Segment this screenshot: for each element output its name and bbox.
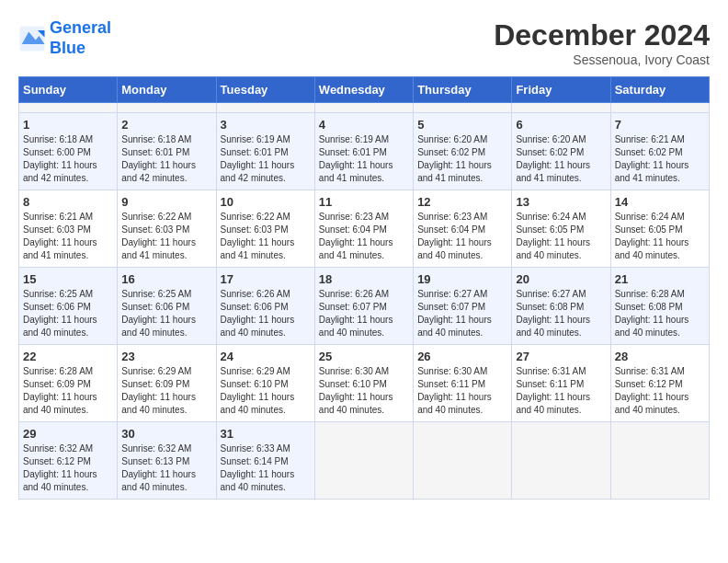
day-number: 14 xyxy=(615,195,705,209)
calendar-cell: 7Sunrise: 6:21 AMSunset: 6:02 PMDaylight… xyxy=(610,113,709,190)
day-info: Sunrise: 6:22 AMSunset: 6:03 PMDaylight:… xyxy=(121,211,211,262)
day-info: Sunrise: 6:21 AMSunset: 6:02 PMDaylight:… xyxy=(615,133,705,185)
day-number: 17 xyxy=(221,272,311,286)
day-info: Sunrise: 6:26 AMSunset: 6:07 PMDaylight:… xyxy=(319,288,409,339)
calendar-week-row xyxy=(19,103,710,113)
day-info: Sunrise: 6:23 AMSunset: 6:04 PMDaylight:… xyxy=(319,211,409,262)
day-info: Sunrise: 6:23 AMSunset: 6:04 PMDaylight:… xyxy=(417,211,507,262)
day-number: 18 xyxy=(319,272,409,286)
day-info: Sunrise: 6:29 AMSunset: 6:09 PMDaylight:… xyxy=(121,365,211,417)
day-info: Sunrise: 6:32 AMSunset: 6:13 PMDaylight:… xyxy=(121,442,211,494)
calendar-cell: 15Sunrise: 6:25 AMSunset: 6:06 PMDayligh… xyxy=(19,268,118,345)
day-number: 4 xyxy=(319,118,409,132)
calendar-cell: 6Sunrise: 6:20 AMSunset: 6:02 PMDaylight… xyxy=(512,113,610,190)
day-number: 13 xyxy=(516,195,606,209)
day-number: 25 xyxy=(319,350,409,363)
title-block: December 2024 Sessenoua, Ivory Coast xyxy=(494,18,710,67)
calendar-cell xyxy=(118,103,216,113)
day-info: Sunrise: 6:20 AMSunset: 6:02 PMDaylight:… xyxy=(417,133,507,185)
calendar-cell xyxy=(414,103,512,113)
day-number: 30 xyxy=(121,427,211,441)
calendar-cell: 2Sunrise: 6:18 AMSunset: 6:01 PMDaylight… xyxy=(118,113,216,190)
day-info: Sunrise: 6:25 AMSunset: 6:06 PMDaylight:… xyxy=(121,288,211,339)
day-number: 20 xyxy=(516,272,606,286)
day-number: 5 xyxy=(417,118,507,132)
day-number: 31 xyxy=(221,427,311,441)
calendar-cell: 24Sunrise: 6:29 AMSunset: 6:10 PMDayligh… xyxy=(216,345,314,422)
calendar-cell: 27Sunrise: 6:31 AMSunset: 6:11 PMDayligh… xyxy=(512,345,610,422)
day-number: 16 xyxy=(121,272,211,286)
calendar-cell: 11Sunrise: 6:23 AMSunset: 6:04 PMDayligh… xyxy=(314,190,413,268)
day-info: Sunrise: 6:22 AMSunset: 6:03 PMDaylight:… xyxy=(221,211,311,262)
day-number: 1 xyxy=(23,118,113,132)
calendar-cell xyxy=(216,103,314,113)
day-number: 21 xyxy=(615,272,705,286)
day-info: Sunrise: 6:18 AMSunset: 6:01 PMDaylight:… xyxy=(121,133,211,185)
weekday-header-thursday: Thursday xyxy=(414,77,512,103)
day-info: Sunrise: 6:32 AMSunset: 6:12 PMDaylight:… xyxy=(23,442,113,494)
day-number: 2 xyxy=(121,118,211,132)
day-info: Sunrise: 6:21 AMSunset: 6:03 PMDaylight:… xyxy=(23,211,113,262)
calendar-cell: 10Sunrise: 6:22 AMSunset: 6:03 PMDayligh… xyxy=(216,190,314,268)
month-title: December 2024 xyxy=(494,18,710,52)
calendar-cell: 18Sunrise: 6:26 AMSunset: 6:07 PMDayligh… xyxy=(314,268,413,345)
weekday-header-monday: Monday xyxy=(118,77,216,103)
day-info: Sunrise: 6:24 AMSunset: 6:05 PMDaylight:… xyxy=(516,211,606,262)
day-number: 8 xyxy=(23,195,113,209)
calendar-cell xyxy=(414,422,512,500)
calendar-cell: 13Sunrise: 6:24 AMSunset: 6:05 PMDayligh… xyxy=(512,190,610,268)
calendar-week-row: 22Sunrise: 6:28 AMSunset: 6:09 PMDayligh… xyxy=(19,345,710,422)
calendar-cell xyxy=(314,422,413,500)
calendar-cell: 9Sunrise: 6:22 AMSunset: 6:03 PMDaylight… xyxy=(118,190,216,268)
calendar-week-row: 29Sunrise: 6:32 AMSunset: 6:12 PMDayligh… xyxy=(19,422,710,500)
logo-icon xyxy=(18,25,46,52)
day-info: Sunrise: 6:30 AMSunset: 6:11 PMDaylight:… xyxy=(417,365,507,417)
day-number: 6 xyxy=(516,118,606,132)
calendar-cell xyxy=(512,103,610,113)
weekday-header-saturday: Saturday xyxy=(610,77,709,103)
logo: General Blue xyxy=(18,18,111,58)
weekday-header-wednesday: Wednesday xyxy=(314,77,413,103)
day-info: Sunrise: 6:27 AMSunset: 6:07 PMDaylight:… xyxy=(417,288,507,339)
day-number: 3 xyxy=(221,118,311,132)
calendar-cell: 8Sunrise: 6:21 AMSunset: 6:03 PMDaylight… xyxy=(19,190,118,268)
calendar-cell xyxy=(19,103,118,113)
day-info: Sunrise: 6:19 AMSunset: 6:01 PMDaylight:… xyxy=(221,133,311,185)
day-number: 22 xyxy=(23,350,113,363)
day-info: Sunrise: 6:33 AMSunset: 6:14 PMDaylight:… xyxy=(221,442,311,494)
day-number: 29 xyxy=(23,427,113,441)
calendar-cell: 20Sunrise: 6:27 AMSunset: 6:08 PMDayligh… xyxy=(512,268,610,345)
day-number: 7 xyxy=(615,118,705,132)
logo-line2: Blue xyxy=(50,39,85,57)
calendar-week-row: 8Sunrise: 6:21 AMSunset: 6:03 PMDaylight… xyxy=(19,190,710,268)
day-number: 27 xyxy=(516,350,606,363)
calendar-week-row: 15Sunrise: 6:25 AMSunset: 6:06 PMDayligh… xyxy=(19,268,710,345)
calendar-cell xyxy=(610,103,709,113)
day-info: Sunrise: 6:30 AMSunset: 6:10 PMDaylight:… xyxy=(319,365,409,417)
calendar-cell: 14Sunrise: 6:24 AMSunset: 6:05 PMDayligh… xyxy=(610,190,709,268)
logo-text: General Blue xyxy=(50,18,111,58)
calendar-cell: 5Sunrise: 6:20 AMSunset: 6:02 PMDaylight… xyxy=(414,113,512,190)
calendar-cell: 30Sunrise: 6:32 AMSunset: 6:13 PMDayligh… xyxy=(118,422,216,500)
day-number: 24 xyxy=(221,350,311,363)
day-info: Sunrise: 6:31 AMSunset: 6:12 PMDaylight:… xyxy=(615,365,705,417)
day-info: Sunrise: 6:28 AMSunset: 6:09 PMDaylight:… xyxy=(23,365,113,417)
day-info: Sunrise: 6:18 AMSunset: 6:00 PMDaylight:… xyxy=(23,133,113,185)
day-info: Sunrise: 6:29 AMSunset: 6:10 PMDaylight:… xyxy=(221,365,311,417)
location: Sessenoua, Ivory Coast xyxy=(494,52,710,67)
calendar-cell: 19Sunrise: 6:27 AMSunset: 6:07 PMDayligh… xyxy=(414,268,512,345)
calendar-cell: 3Sunrise: 6:19 AMSunset: 6:01 PMDaylight… xyxy=(216,113,314,190)
calendar-cell: 4Sunrise: 6:19 AMSunset: 6:01 PMDaylight… xyxy=(314,113,413,190)
day-info: Sunrise: 6:28 AMSunset: 6:08 PMDaylight:… xyxy=(615,288,705,339)
day-number: 12 xyxy=(417,195,507,209)
day-info: Sunrise: 6:19 AMSunset: 6:01 PMDaylight:… xyxy=(319,133,409,185)
day-number: 23 xyxy=(121,350,211,363)
day-number: 10 xyxy=(221,195,311,209)
day-info: Sunrise: 6:31 AMSunset: 6:11 PMDaylight:… xyxy=(516,365,606,417)
day-number: 15 xyxy=(23,272,113,286)
calendar-cell: 26Sunrise: 6:30 AMSunset: 6:11 PMDayligh… xyxy=(414,345,512,422)
day-info: Sunrise: 6:26 AMSunset: 6:06 PMDaylight:… xyxy=(221,288,311,339)
calendar-cell: 16Sunrise: 6:25 AMSunset: 6:06 PMDayligh… xyxy=(118,268,216,345)
day-info: Sunrise: 6:20 AMSunset: 6:02 PMDaylight:… xyxy=(516,133,606,185)
calendar-cell: 23Sunrise: 6:29 AMSunset: 6:09 PMDayligh… xyxy=(118,345,216,422)
